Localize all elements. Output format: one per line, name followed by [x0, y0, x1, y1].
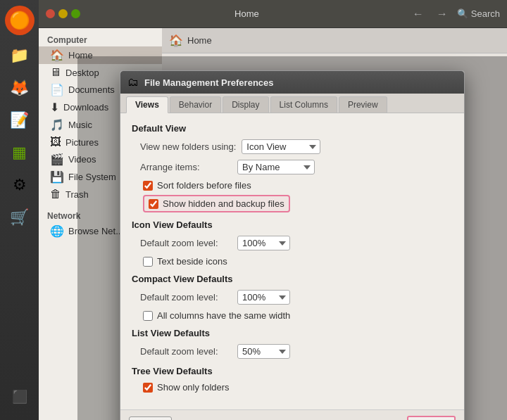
list-view-section: List View Defaults Default zoom level: 5…: [132, 328, 453, 359]
minimize-window-btn[interactable]: [58, 9, 68, 18]
list-zoom-select[interactable]: 50% 75% 100% 150% 200%: [237, 344, 290, 359]
sort-folders-checkbox[interactable]: [143, 181, 153, 191]
search-icon: 🔍: [457, 8, 468, 19]
dialog-footer: Help Close: [120, 409, 464, 420]
tree-view-section: Tree View Defaults Show only folders: [132, 366, 453, 393]
dialog-titlebar: 🗂 File Management Preferences: [120, 71, 464, 94]
compact-view-title: Compact View Defaults: [132, 274, 453, 284]
default-view-title: Default View: [132, 123, 453, 134]
arrange-items-label: Arrange items:: [140, 162, 232, 172]
documents-icon: 📄: [50, 83, 64, 96]
files-icon[interactable]: 📁: [5, 41, 35, 70]
text-beside-icons-row: Text beside icons: [140, 256, 453, 267]
help-button[interactable]: Help: [129, 416, 172, 420]
downloads-icon: ⬇: [50, 101, 59, 114]
icon-view-section: Icon View Defaults Default zoom level: 1…: [132, 219, 453, 267]
breadcrumb-label: Home: [187, 35, 212, 46]
icon-view-title: Icon View Defaults: [132, 219, 453, 230]
tab-views[interactable]: Views: [126, 96, 168, 113]
main-area: Home ← → 🔍 Search Computer 🏠Home 🖥Deskto…: [39, 0, 507, 420]
icon-zoom-row: Default zoom level: 100% 50% 75% 150% 20…: [140, 236, 453, 250]
terminal-icon[interactable]: ⬛: [5, 382, 35, 412]
home-icon: 🏠: [50, 49, 64, 62]
icon-view-options: Default zoom level: 100% 50% 75% 150% 20…: [132, 236, 453, 267]
search-btn[interactable]: 🔍 Search: [457, 8, 500, 19]
show-hidden-highlight: Show hidden and backup files: [143, 195, 290, 212]
browser-icon[interactable]: 🦊: [5, 73, 35, 103]
show-only-folders-row: Show only folders: [140, 382, 453, 393]
search-label: Search: [471, 8, 500, 19]
dialog-overlay: 🗂 File Management Preferences Views Beha…: [77, 56, 507, 420]
sort-folders-label[interactable]: Sort folders before files: [157, 180, 251, 191]
breadcrumb-icon: 🏠: [169, 34, 183, 47]
view-folders-label: View new folders using:: [140, 141, 236, 152]
dialog-content: Default View View new folders using: Ico…: [120, 113, 464, 409]
view-folders-row: View new folders using: Icon View List V…: [140, 139, 453, 154]
show-only-folders-checkbox[interactable]: [143, 383, 153, 393]
content-row: Computer 🏠Home 🖥Desktop 📄Documents ⬇Down…: [39, 28, 507, 420]
app-sidebar: 🟠 📁 🦊 📝 ▦ ⚙ 🛒 ⬛: [0, 0, 39, 420]
same-width-checkbox[interactable]: [143, 311, 153, 321]
compact-view-options: Default zoom level: 100% 50% 75% 150% 20…: [132, 290, 453, 321]
pictures-icon: 🖼: [50, 136, 61, 148]
dialog-tabs: Views Behavior Display List Columns Prev…: [120, 94, 464, 113]
maximize-window-btn[interactable]: [71, 9, 80, 18]
dialog-title: File Management Preferences: [144, 77, 274, 88]
file-management-dialog: 🗂 File Management Preferences Views Beha…: [120, 70, 465, 420]
docs-icon[interactable]: 📝: [5, 106, 35, 135]
music-icon: 🎵: [50, 118, 64, 132]
nav-back-btn[interactable]: ←: [409, 6, 427, 22]
tree-view-title: Tree View Defaults: [132, 366, 453, 376]
settings-icon[interactable]: ⚙: [5, 170, 35, 200]
default-view-options: View new folders using: Icon View List V…: [132, 139, 453, 212]
default-view-section: Default View View new folders using: Ico…: [132, 123, 453, 212]
compact-zoom-label: Default zoom level:: [140, 292, 232, 303]
file-topbar: 🏠 Home: [162, 28, 507, 53]
sort-folders-row: Sort folders before files: [140, 180, 453, 191]
list-zoom-row: Default zoom level: 50% 75% 100% 150% 20…: [140, 344, 453, 359]
show-hidden-label[interactable]: Show hidden and backup files: [163, 198, 284, 209]
show-hidden-row: Show hidden and backup files: [140, 195, 453, 212]
desktop-icon: 🖥: [50, 66, 61, 79]
breadcrumb: 🏠 Home: [169, 34, 212, 47]
list-view-options: Default zoom level: 50% 75% 100% 150% 20…: [132, 344, 453, 359]
compact-view-section: Compact View Defaults Default zoom level…: [132, 274, 453, 321]
icon-zoom-label: Default zoom level:: [140, 238, 232, 248]
icon-zoom-select[interactable]: 100% 50% 75% 150% 200%: [237, 236, 290, 250]
trash-icon: 🗑: [50, 188, 61, 201]
tab-behavior[interactable]: Behavior: [170, 96, 221, 113]
computer-section-header: Computer: [39, 32, 162, 46]
spreadsheet-icon[interactable]: ▦: [5, 138, 35, 167]
network-icon: 🌐: [50, 224, 64, 238]
list-zoom-label: Default zoom level:: [140, 346, 232, 357]
tree-view-options: Show only folders: [132, 382, 453, 393]
window-controls: [46, 9, 80, 18]
filesystem-icon: 💾: [50, 170, 64, 184]
tab-list-columns[interactable]: List Columns: [270, 96, 337, 113]
window-title: Home: [90, 8, 403, 19]
same-width-row: All columns have the same width: [140, 310, 453, 321]
software-icon[interactable]: 🛒: [5, 203, 35, 232]
view-folders-select[interactable]: Icon View List View Compact View: [242, 139, 320, 154]
same-width-label[interactable]: All columns have the same width: [157, 310, 290, 321]
list-view-title: List View Defaults: [132, 328, 453, 338]
nav-forward-btn[interactable]: →: [433, 6, 451, 22]
topbar: Home ← → 🔍 Search: [39, 0, 507, 28]
arrange-items-select[interactable]: By Name By Size By Type By Date: [237, 160, 315, 174]
ubuntu-icon[interactable]: 🟠: [5, 6, 35, 35]
text-beside-icons-label[interactable]: Text beside icons: [157, 256, 227, 267]
close-window-btn[interactable]: [46, 9, 55, 18]
close-button[interactable]: Close: [407, 416, 456, 420]
compact-zoom-row: Default zoom level: 100% 50% 75% 150% 20…: [140, 290, 453, 305]
tab-display[interactable]: Display: [223, 96, 268, 113]
tab-preview[interactable]: Preview: [339, 96, 387, 113]
compact-zoom-select[interactable]: 100% 50% 75% 150% 200%: [237, 290, 290, 305]
videos-icon: 🎬: [50, 153, 64, 166]
arrange-items-row: Arrange items: By Name By Size By Type B…: [140, 160, 453, 174]
show-only-folders-label[interactable]: Show only folders: [157, 382, 230, 393]
show-hidden-checkbox[interactable]: [149, 199, 158, 209]
dialog-title-icon: 🗂: [127, 76, 139, 89]
text-beside-icons-checkbox[interactable]: [143, 257, 153, 267]
